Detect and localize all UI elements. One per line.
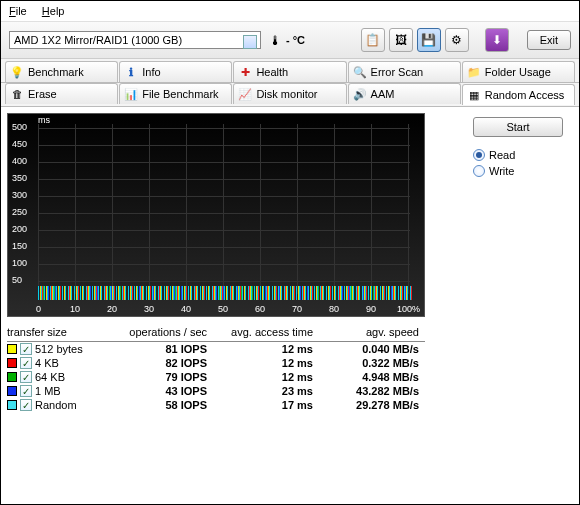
tab-benchmark[interactable]: 💡Benchmark bbox=[5, 61, 118, 82]
content-area: ms 500 450 400 350 300 250 200 150 100 5… bbox=[1, 107, 579, 418]
radio-write[interactable]: Write bbox=[473, 165, 573, 177]
speed-value: 43.282 MB/s bbox=[319, 384, 425, 398]
color-swatch bbox=[7, 344, 17, 354]
row-checkbox[interactable]: ✓ bbox=[20, 385, 32, 397]
tab-folder-usage[interactable]: 📁Folder Usage bbox=[462, 61, 575, 82]
start-button[interactable]: Start bbox=[473, 117, 563, 137]
transfer-size: 512 bytes bbox=[35, 343, 83, 355]
health-icon: ✚ bbox=[238, 65, 252, 79]
menu-file[interactable]: File bbox=[9, 5, 27, 17]
trash-icon: 🗑 bbox=[10, 87, 24, 101]
iops-value: 81 IOPS bbox=[107, 342, 213, 356]
chart-x-unit: 100% bbox=[397, 304, 420, 314]
row-checkbox[interactable]: ✓ bbox=[20, 357, 32, 369]
radio-read[interactable]: Read bbox=[473, 149, 573, 161]
transfer-size: 4 KB bbox=[35, 357, 59, 369]
table-row: ✓4 KB82 IOPS12 ms0.322 MB/s bbox=[7, 356, 425, 370]
tab-erase[interactable]: 🗑Erase bbox=[5, 83, 118, 104]
tab-info[interactable]: ℹInfo bbox=[119, 61, 232, 82]
row-checkbox[interactable]: ✓ bbox=[20, 371, 32, 383]
color-swatch bbox=[7, 400, 17, 410]
transfer-size: 64 KB bbox=[35, 371, 65, 383]
tab-random-access[interactable]: ▦Random Access bbox=[462, 84, 575, 105]
speed-value: 0.322 MB/s bbox=[319, 356, 425, 370]
speaker-icon: 🔊 bbox=[353, 87, 367, 101]
speed-value: 4.948 MB/s bbox=[319, 370, 425, 384]
tab-health[interactable]: ✚Health bbox=[233, 61, 346, 82]
save-button[interactable]: 💾 bbox=[417, 28, 441, 52]
iops-value: 43 IOPS bbox=[107, 384, 213, 398]
copy-button[interactable]: 📋 bbox=[361, 28, 385, 52]
table-row: ✓512 bytes81 IOPS12 ms0.040 MB/s bbox=[7, 342, 425, 356]
table-row: ✓1 MB43 IOPS23 ms43.282 MB/s bbox=[7, 384, 425, 398]
options-button[interactable]: ⚙ bbox=[445, 28, 469, 52]
exit-button[interactable]: Exit bbox=[527, 30, 571, 50]
info-icon: ℹ bbox=[124, 65, 138, 79]
monitor-icon: 📈 bbox=[238, 87, 252, 101]
speed-value: 29.278 MB/s bbox=[319, 398, 425, 412]
file-bench-icon: 📊 bbox=[124, 87, 138, 101]
speed-value: 0.040 MB/s bbox=[319, 342, 425, 356]
latency-chart: ms 500 450 400 350 300 250 200 150 100 5… bbox=[7, 113, 425, 317]
menu-bar: File Help bbox=[1, 1, 579, 22]
magnifier-icon: 🔍 bbox=[353, 65, 367, 79]
access-time-value: 12 ms bbox=[213, 356, 319, 370]
iops-value: 58 IOPS bbox=[107, 398, 213, 412]
bulb-icon: 💡 bbox=[10, 65, 24, 79]
menu-help[interactable]: Help bbox=[42, 5, 65, 17]
screenshot-button[interactable]: 🖼 bbox=[389, 28, 413, 52]
access-time-value: 23 ms bbox=[213, 384, 319, 398]
transfer-size: 1 MB bbox=[35, 385, 61, 397]
random-icon: ▦ bbox=[467, 88, 481, 102]
drive-select[interactable]: AMD 1X2 Mirror/RAID1 (1000 GB) bbox=[9, 31, 261, 49]
tabs-row-1: 💡Benchmark ℹInfo ✚Health 🔍Error Scan 📁Fo… bbox=[1, 59, 579, 83]
color-swatch bbox=[7, 372, 17, 382]
iops-value: 79 IOPS bbox=[107, 370, 213, 384]
tab-error-scan[interactable]: 🔍Error Scan bbox=[348, 61, 461, 82]
iops-value: 82 IOPS bbox=[107, 356, 213, 370]
tab-file-benchmark[interactable]: 📊File Benchmark bbox=[119, 83, 232, 104]
side-panel: Start Read Write bbox=[473, 113, 573, 412]
color-swatch bbox=[7, 358, 17, 368]
results-table: transfer size operations / sec avg. acce… bbox=[7, 323, 425, 412]
tabs-row-2: 🗑Erase 📊File Benchmark 📈Disk monitor 🔊AA… bbox=[1, 83, 579, 107]
tab-aam[interactable]: 🔊AAM bbox=[348, 83, 461, 104]
chart-y-unit: ms bbox=[38, 115, 50, 125]
table-header: transfer size operations / sec avg. acce… bbox=[7, 323, 425, 342]
folder-icon: 📁 bbox=[467, 65, 481, 79]
table-row: ✓Random58 IOPS17 ms29.278 MB/s bbox=[7, 398, 425, 412]
table-row: ✓64 KB79 IOPS12 ms4.948 MB/s bbox=[7, 370, 425, 384]
temperature-value: - °C bbox=[286, 34, 305, 46]
chart-data-points bbox=[38, 286, 412, 300]
thermometer-icon: 🌡 bbox=[269, 33, 282, 48]
access-time-value: 12 ms bbox=[213, 370, 319, 384]
color-swatch bbox=[7, 386, 17, 396]
access-time-value: 17 ms bbox=[213, 398, 319, 412]
row-checkbox[interactable]: ✓ bbox=[20, 343, 32, 355]
transfer-size: Random bbox=[35, 399, 77, 411]
main-toolbar: AMD 1X2 Mirror/RAID1 (1000 GB) 🌡 - °C 📋 … bbox=[1, 22, 579, 59]
access-time-value: 12 ms bbox=[213, 342, 319, 356]
download-button[interactable]: ⬇ bbox=[485, 28, 509, 52]
tab-disk-monitor[interactable]: 📈Disk monitor bbox=[233, 83, 346, 104]
row-checkbox[interactable]: ✓ bbox=[20, 399, 32, 411]
